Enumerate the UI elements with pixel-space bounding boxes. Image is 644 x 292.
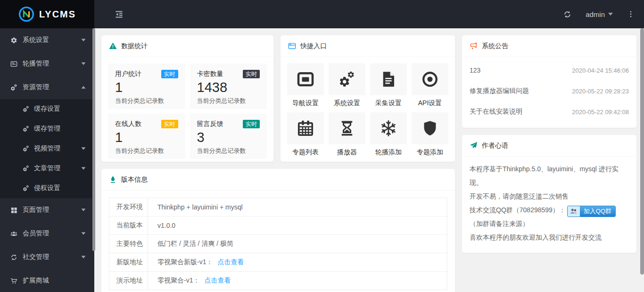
shield-icon xyxy=(421,120,438,137)
quick-label: API设置 xyxy=(412,99,448,108)
stat-title: 卡密数量 xyxy=(197,70,223,78)
refresh-icon[interactable] xyxy=(563,10,571,18)
sidebar-subitem-infringement-settings[interactable]: 侵权设置 xyxy=(0,178,94,198)
file-text-icon xyxy=(380,71,397,88)
calendar-icon xyxy=(297,120,314,137)
more-vertical-icon[interactable] xyxy=(627,10,635,18)
cogs-icon xyxy=(23,125,29,132)
author-line-1: 本程序基于Thinkphp.5.0、layuimini、mysql 进行实现。 xyxy=(470,165,619,186)
stat-caption: 当前分类总记录数 xyxy=(197,147,260,155)
version-panel: 版本信息 开发环境 Thinkphp + layuimini + mysql 当… xyxy=(101,169,455,292)
panel-title: 快捷入口 xyxy=(300,42,327,50)
megaphone-icon xyxy=(470,42,478,50)
sidebar-scrollbar[interactable] xyxy=(92,28,95,251)
user-menu[interactable]: admin xyxy=(586,10,613,18)
announcement-date: 2020-05-22 09:28:23 xyxy=(572,88,629,95)
sidebar-item-label: 会员管理 xyxy=(23,229,49,238)
quick-item-topic-list[interactable]: 专题列表 xyxy=(287,112,324,157)
stat-title: 用户统计 xyxy=(115,70,141,78)
view-link[interactable]: 点击查看 xyxy=(204,276,231,284)
gear-icon xyxy=(10,37,17,44)
author-words-panel: 作者心语 本程序基于Thinkphp.5.0、layuimini、mysql 进… xyxy=(462,135,636,253)
flame-icon xyxy=(109,175,117,184)
chevron-up-icon xyxy=(82,86,86,88)
sidebar-item-page-management[interactable]: 页面管理 xyxy=(0,198,94,222)
realtime-badge: 实时 xyxy=(161,70,178,78)
sidebar-item-member-management[interactable]: 会员管理 xyxy=(0,222,94,245)
stat-card-feedback: 留言反馈 实时 3 当前分类总记录数 xyxy=(190,114,267,159)
sidebar-subitem-label: 缓存管理 xyxy=(34,125,60,133)
sidebar-item-carousel-management[interactable]: 轮播管理 xyxy=(0,52,94,75)
quick-item-api-settings[interactable]: API设置 xyxy=(412,63,448,108)
quick-item-player[interactable]: 播放器 xyxy=(329,112,365,157)
realtime-badge: 实时 xyxy=(243,70,260,78)
sidebar-item-resource-management[interactable]: 资源管理 xyxy=(0,75,94,99)
panel-title: 数据统计 xyxy=(121,42,148,50)
header-bar: admin xyxy=(94,0,644,28)
sidebar-subitem-cache-settings[interactable]: 缓存设置 xyxy=(0,99,94,119)
announcement-text: 123 xyxy=(470,67,480,74)
list-panel-icon xyxy=(10,60,17,67)
quick-item-system-settings[interactable]: 系统设置 xyxy=(329,63,365,108)
stat-value: 1 xyxy=(115,79,178,95)
quick-item-topic-add[interactable]: 专题添加 xyxy=(412,112,448,157)
quick-label: 采集设置 xyxy=(370,99,407,108)
version-row-value: 零视聚合-v1： xyxy=(157,276,199,284)
stat-value: 1 xyxy=(115,129,178,145)
quick-item-nav-settings[interactable]: 导航设置 xyxy=(287,63,324,108)
realtime-badge: 实时 xyxy=(243,120,260,128)
chevron-down-icon xyxy=(82,167,86,169)
chevron-down-icon xyxy=(82,147,86,150)
sidebar-fold-button[interactable] xyxy=(115,10,124,19)
paper-plane-icon xyxy=(470,142,478,150)
sidebar-item-system-settings[interactable]: 系统设置 xyxy=(0,28,94,52)
main-scrollbar[interactable] xyxy=(640,28,644,275)
users-icon xyxy=(10,230,17,237)
grid-icon xyxy=(10,207,17,214)
version-row-label: 当前版本 xyxy=(109,217,148,235)
main-content: 数据统计 用户统计 实时 1 当前分类总记录数 xyxy=(94,28,644,292)
sidebar-subitem-video-management[interactable]: 视频管理 xyxy=(0,139,94,159)
sidebar-item-social-management[interactable]: 社交管理 xyxy=(0,245,94,269)
recycle-icon xyxy=(10,254,17,261)
sidebar-subitem-cache-management[interactable]: 缓存管理 xyxy=(0,119,94,139)
list-item[interactable]: 修复播放器编辑问题 2020-05-22 09:28:23 xyxy=(470,81,629,101)
cogs-icon xyxy=(339,71,355,88)
hourglass-icon xyxy=(339,120,355,137)
sidebar-subitem-label: 文章管理 xyxy=(34,164,60,173)
snowflake-icon xyxy=(380,120,397,137)
cogs-icon xyxy=(23,145,29,152)
table-row: 演示地址 零视聚合-v1：点击查看 xyxy=(109,272,447,290)
list-item[interactable]: 关于在线安装说明 2020-05-22 09:42:08 xyxy=(470,101,629,122)
sidebar-subitem-label: 缓存设置 xyxy=(34,105,60,113)
sidebar-item-extension-mall[interactable]: 扩展商城 xyxy=(0,269,94,292)
sidebar-subitem-label: 侵权设置 xyxy=(34,184,60,192)
realtime-badge: 实时 xyxy=(161,120,178,128)
announcement-panel-header: 系统公告 xyxy=(462,35,636,57)
cogs-icon xyxy=(23,106,29,112)
version-table: 开发环境 Thinkphp + layuimini + mysql 当前版本 v… xyxy=(109,198,447,290)
panel-title: 版本信息 xyxy=(121,175,148,184)
list-item[interactable]: 123 2020-04-24 15:46:06 xyxy=(470,60,629,81)
sidebar-nav: 系统设置 轮播管理 资源管理 缓存设置 缓存管理 视频管理 xyxy=(0,28,94,292)
version-row-value: 零视聚合新版-v1： xyxy=(157,258,213,266)
table-row: 开发环境 Thinkphp + layuimini + mysql xyxy=(109,198,447,217)
logo-area: LYCMS xyxy=(0,0,94,28)
stat-caption: 当前分类总记录数 xyxy=(115,97,178,105)
sidebar-subitem-article-management[interactable]: 文章管理 xyxy=(0,159,94,178)
header-actions: admin xyxy=(563,10,644,18)
quick-item-collection-settings[interactable]: 采集设置 xyxy=(370,63,407,108)
quick-item-carousel-add[interactable]: 轮播添加 xyxy=(370,112,407,157)
version-panel-header: 版本信息 xyxy=(101,169,455,191)
join-qq-group-button[interactable]: 加入QQ群 xyxy=(567,206,616,217)
view-link[interactable]: 点击查看 xyxy=(217,258,244,266)
stat-title: 在线人数 xyxy=(115,120,141,128)
sidebar-item-label: 系统设置 xyxy=(23,36,49,44)
author-line-3-prefix: 技术交流QQ群（708298599）： xyxy=(470,206,566,214)
chevron-down-icon xyxy=(82,209,86,211)
cogs-icon xyxy=(10,84,17,91)
version-row-value: 低门栏 / 灵活 / 清爽 / 极简 xyxy=(157,240,233,247)
table-row: 当前版本 v1.0.0 xyxy=(109,217,447,235)
resource-submenu: 缓存设置 缓存管理 视频管理 文章管理 侵权设置 xyxy=(0,99,94,198)
announcement-text: 修复播放器编辑问题 xyxy=(470,87,529,95)
